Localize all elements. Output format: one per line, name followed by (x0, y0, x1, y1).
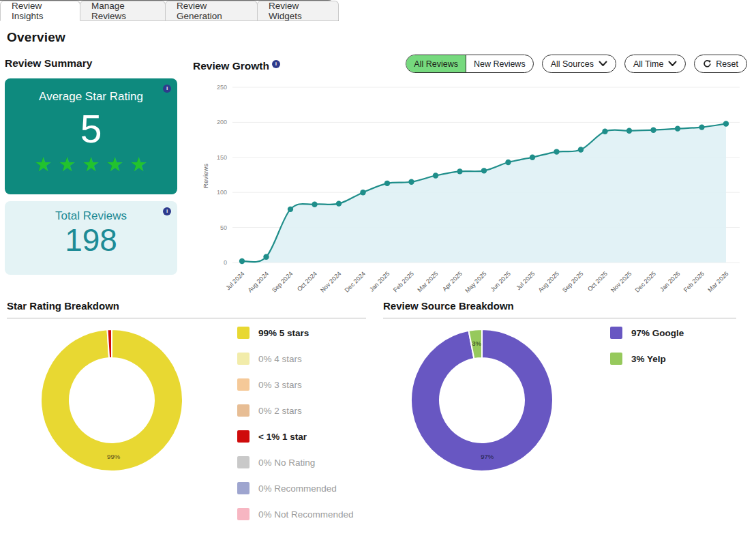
legend-item[interactable]: 99% 5 stars (237, 327, 354, 339)
reset-button[interactable]: Reset (694, 55, 747, 73)
svg-text:200: 200 (217, 119, 227, 125)
divider (383, 318, 736, 318)
review-growth-heading: Review Growth (193, 60, 269, 72)
review-source-breakdown-section: Review Source Breakdown 97%3% 97% Google… (383, 300, 736, 532)
svg-text:Apr 2025: Apr 2025 (441, 270, 464, 293)
tab-label: Review Generation (177, 1, 246, 21)
svg-text:250: 250 (217, 84, 227, 91)
svg-text:Mar 2026: Mar 2026 (706, 270, 729, 293)
svg-text:Sep 2024: Sep 2024 (271, 270, 294, 293)
star-rating-legend: 99% 5 stars0% 4 stars0% 3 stars0% 2 star… (237, 327, 354, 534)
average-star-rating-card: i Average Star Rating 5 ★★★★★ (5, 78, 177, 194)
new-reviews-button[interactable]: New Reviews (466, 55, 533, 72)
svg-text:Feb 2025: Feb 2025 (392, 270, 415, 293)
svg-text:Jun 2025: Jun 2025 (489, 270, 512, 293)
review-source-donut-chart: 97%3% (403, 321, 561, 479)
legend-item[interactable]: 97% Google (610, 327, 684, 339)
legend-label: < 1% 1 star (258, 432, 307, 442)
legend-item[interactable]: 3% Yelp (610, 353, 684, 365)
legend-swatch (610, 327, 622, 339)
tab-review-generation[interactable]: Review Generation (165, 1, 258, 20)
svg-text:Jan 2026: Jan 2026 (659, 270, 681, 293)
svg-text:Aug 2025: Aug 2025 (537, 270, 560, 293)
chevron-down-icon (599, 61, 607, 67)
new-reviews-label: New Reviews (474, 59, 526, 69)
info-icon[interactable]: i (272, 60, 280, 68)
legend-label: 3% Yelp (631, 354, 666, 364)
tab-review-widgets[interactable]: Review Widgets (257, 1, 339, 20)
all-reviews-label: All Reviews (414, 59, 458, 69)
svg-text:50: 50 (220, 224, 227, 231)
svg-text:3%: 3% (472, 340, 481, 347)
legend-item[interactable]: 0% 3 stars (237, 378, 354, 391)
svg-text:Jan 2025: Jan 2025 (368, 270, 391, 293)
tab-label: Manage Reviews (91, 1, 154, 21)
legend-swatch (610, 353, 622, 365)
svg-text:Sep 2025: Sep 2025 (561, 270, 584, 293)
legend-swatch (237, 456, 250, 468)
all-time-label: All Time (633, 59, 663, 69)
legend-swatch (237, 482, 250, 494)
all-sources-label: All Sources (551, 59, 594, 69)
legend-item[interactable]: 0% No Rating (237, 456, 354, 468)
svg-text:Mar 2025: Mar 2025 (416, 270, 439, 293)
legend-label: 99% 5 stars (258, 328, 309, 338)
info-icon[interactable]: i (163, 207, 171, 215)
legend-label: 0% 2 stars (258, 406, 302, 416)
legend-label: 0% No Rating (258, 458, 315, 468)
legend-item[interactable]: < 1% 1 star (237, 430, 354, 443)
refresh-icon (703, 59, 712, 68)
svg-text:Dec 2025: Dec 2025 (634, 270, 657, 293)
average-rating-title: Average Star Rating (5, 90, 177, 104)
all-sources-dropdown[interactable]: All Sources (542, 55, 616, 73)
all-reviews-button[interactable]: All Reviews (406, 55, 466, 72)
average-rating-value: 5 (5, 109, 177, 150)
svg-text:Aug 2024: Aug 2024 (247, 270, 270, 293)
all-time-dropdown[interactable]: All Time (624, 55, 686, 73)
legend-swatch (237, 404, 250, 417)
legend-item[interactable]: 0% 2 stars (237, 404, 354, 417)
svg-text:100: 100 (217, 189, 227, 196)
reset-label: Reset (716, 59, 738, 69)
total-reviews-card: i Total Reviews 198 (5, 201, 177, 275)
legend-label: 0% Recommended (258, 483, 337, 494)
legend-label: 0% 3 stars (258, 380, 302, 390)
svg-text:Feb 2026: Feb 2026 (682, 270, 706, 293)
tab-label: Review Widgets (269, 1, 327, 21)
tab-bar: Review Insights Manage Reviews Review Ge… (0, 0, 339, 21)
page-title: Overview (7, 30, 65, 45)
svg-text:Oct 2025: Oct 2025 (586, 270, 609, 293)
tab-review-insights[interactable]: Review Insights (0, 1, 80, 21)
review-growth-chart: 050100150200250ReviewsJul 2024Aug 2024Se… (200, 80, 752, 299)
svg-text:Oct 2024: Oct 2024 (296, 270, 318, 293)
legend-label: 0% 4 stars (258, 354, 302, 364)
svg-text:Nov 2024: Nov 2024 (319, 270, 342, 293)
legend-item[interactable]: 0% 4 stars (237, 353, 354, 365)
star-icons: ★★★★★ (5, 153, 177, 176)
legend-label: 97% Google (631, 328, 684, 338)
star-rating-breakdown-title: Star Rating Breakdown (7, 300, 366, 312)
chevron-down-icon (668, 61, 677, 67)
chart-filters: All Reviews New Reviews All Sources All … (406, 55, 747, 73)
legend-item[interactable]: 0% Recommended (237, 482, 354, 494)
svg-text:May 2025: May 2025 (464, 270, 487, 294)
tab-manage-reviews[interactable]: Manage Reviews (80, 1, 166, 20)
svg-text:Jul 2024: Jul 2024 (224, 270, 245, 291)
total-reviews-value: 198 (5, 223, 177, 258)
total-reviews-title: Total Reviews (5, 209, 177, 223)
svg-text:Dec 2024: Dec 2024 (344, 270, 367, 293)
review-dashboard: Review Insights Manage Reviews Review Ge… (0, 0, 756, 538)
review-source-breakdown-title: Review Source Breakdown (383, 300, 736, 312)
legend-item[interactable]: 0% Not Recommended (237, 508, 354, 520)
legend-swatch (237, 327, 250, 339)
legend-swatch (237, 508, 250, 520)
legend-swatch (237, 430, 250, 443)
svg-text:99%: 99% (107, 453, 121, 460)
divider (7, 318, 366, 318)
svg-text:Reviews: Reviews (202, 164, 209, 188)
legend-swatch (237, 378, 250, 391)
svg-text:150: 150 (217, 154, 227, 161)
review-source-legend: 97% Google3% Yelp (610, 327, 684, 378)
review-summary-heading: Review Summary (5, 57, 92, 70)
info-icon[interactable]: i (163, 85, 171, 93)
